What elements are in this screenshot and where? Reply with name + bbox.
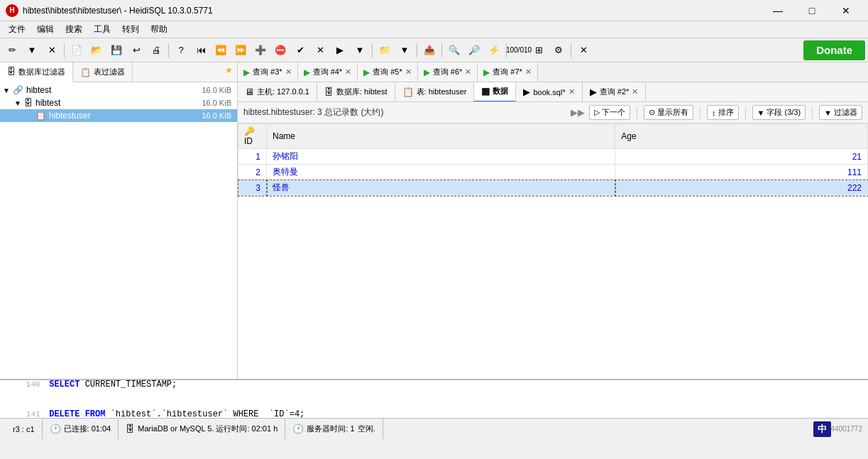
toolbar-run-arrow[interactable]: ▼ xyxy=(351,41,369,60)
toolbar-arrow-down[interactable]: ▼ xyxy=(23,41,41,60)
toolbar-check[interactable]: ✔ xyxy=(291,41,309,60)
subtab-book-close[interactable]: ✕ xyxy=(568,87,575,96)
toolbar-sep-4 xyxy=(812,106,813,119)
cell-age-3[interactable]: 222 xyxy=(615,180,868,196)
sql-line-140: 140 SELECT CURRENT_TIMESTAMP; xyxy=(6,379,862,399)
tab-close-q7[interactable]: ✕ xyxy=(525,67,532,77)
menu-file[interactable]: 文件 xyxy=(3,22,31,37)
toolbar-close-x[interactable]: ✕ xyxy=(574,41,593,60)
subtab-q2-close[interactable]: ✕ xyxy=(632,87,638,96)
tab-close-q5[interactable]: ✕ xyxy=(405,67,412,77)
watermark: 44001772 xyxy=(831,425,863,433)
toolbar-next[interactable]: ⏩ xyxy=(231,41,250,60)
minimize-button[interactable]: — xyxy=(762,0,794,21)
toolbar-folder[interactable]: 📁 xyxy=(375,41,394,60)
table-row[interactable]: 2 奥特曼 111 xyxy=(238,165,868,180)
cell-id-1[interactable]: 1 xyxy=(238,149,267,165)
tab-q7[interactable]: ▶ 查询 #7* ✕ xyxy=(478,62,538,82)
btn-next[interactable]: ▷ 下一个 xyxy=(589,105,630,120)
menu-tools[interactable]: 工具 xyxy=(88,22,116,37)
toolbar-print[interactable]: 🖨 xyxy=(147,41,165,60)
tree-node-hibtestuser[interactable]: 📋 hibtestuser 16.0 KiB xyxy=(0,109,237,122)
subtab-host[interactable]: 🖥 主机: 127.0.0.1 xyxy=(238,82,317,102)
cell-age-1[interactable]: 21 xyxy=(615,149,868,165)
cell-id-3[interactable]: 3 xyxy=(238,180,267,196)
col-header-age[interactable]: Age xyxy=(615,124,868,149)
data-table: 🔑 ID Name Age 1 孙铭阳 21 2 奥 xyxy=(238,123,868,196)
cell-id-2[interactable]: 2 xyxy=(238,165,267,180)
col-header-id[interactable]: 🔑 ID xyxy=(238,124,267,149)
record-count-label: hibtest.hibtestuser: 3 总记录数 (大约) xyxy=(243,106,383,118)
tab-q4[interactable]: ▶ 查询 #4* ✕ xyxy=(298,62,358,82)
sidebar-tab-db-filter[interactable]: 🗄 数据库过滤器 xyxy=(0,62,73,82)
db-status-icon: 🗄 xyxy=(126,424,135,434)
btn-fields[interactable]: ▼ 字段 (3/3) xyxy=(752,105,806,120)
subtab-data[interactable]: ▦ 数据 xyxy=(474,82,516,102)
menu-edit[interactable]: 编辑 xyxy=(31,22,60,37)
toolbar-new-conn[interactable]: ✏ xyxy=(3,41,21,60)
tree-node-hibtest-db[interactable]: ▼ 🗄 hibtest 16.0 KiB xyxy=(0,96,237,109)
sidebar-tab-table-filter[interactable]: 📋 表过滤器 xyxy=(73,62,133,82)
toolbar-optimize[interactable]: ⚡ xyxy=(485,41,503,60)
close-button[interactable]: ✕ xyxy=(830,0,862,21)
data-subtab-icon: ▦ xyxy=(481,86,490,96)
tab-label-q5: 查询 #5* xyxy=(373,67,402,77)
sql-editor[interactable]: 140 SELECT CURRENT_TIMESTAMP; 141 DELETE… xyxy=(0,379,868,418)
col-header-name[interactable]: Name xyxy=(267,124,615,149)
tab-close-q6[interactable]: ✕ xyxy=(465,67,471,77)
tree-label-hibtestuser: hibtestuser xyxy=(49,111,202,121)
toolbar-delete[interactable]: ✕ xyxy=(311,41,329,60)
toolbar-sep-3 xyxy=(745,106,746,119)
toolbar-run[interactable]: ▶ xyxy=(331,41,349,60)
subtab-q2[interactable]: ▶ 查询 #2* ✕ xyxy=(583,82,647,102)
table-row-selected[interactable]: 3 怪兽 222 xyxy=(238,180,868,196)
statusbar: r3 : c1 🕐 已连接: 01:04 🗄 MariaDB or MySQL … xyxy=(0,418,868,439)
toolbar-folder-arrow[interactable]: ▼ xyxy=(395,41,414,60)
subtab-db[interactable]: 🗄 数据库: hibtest xyxy=(317,82,395,102)
menu-help[interactable]: 帮助 xyxy=(145,22,173,37)
toolbar-undo[interactable]: ↩ xyxy=(127,41,145,60)
toolbar-skip-first[interactable]: ⏮ xyxy=(192,41,210,60)
toolbar-grid[interactable]: ⊞ xyxy=(529,41,548,60)
tab-q5[interactable]: ▶ 查询 #5* ✕ xyxy=(358,62,418,82)
menu-goto[interactable]: 转到 xyxy=(116,22,145,37)
tab-close-q3[interactable]: ✕ xyxy=(285,67,292,77)
maximize-button[interactable]: □ xyxy=(796,0,828,21)
key-icon: 🔑 xyxy=(244,126,255,136)
toolbar-export[interactable]: 📤 xyxy=(420,41,439,60)
conn-status-icon: 🕐 xyxy=(50,424,61,434)
menu-search[interactable]: 搜索 xyxy=(60,22,88,37)
donate-button[interactable]: Donate xyxy=(803,40,865,60)
toolbar-settings[interactable]: ⚙ xyxy=(549,41,568,60)
toolbar-add-row[interactable]: ➕ xyxy=(251,41,270,60)
btn-filter[interactable]: ▼ 过滤器 xyxy=(819,105,862,120)
cell-name-2[interactable]: 奥特曼 xyxy=(267,165,615,180)
cell-name-3[interactable]: 怪兽 xyxy=(267,180,615,196)
cell-age-2[interactable]: 111 xyxy=(615,165,868,180)
show-all-icon: ⊙ xyxy=(649,108,655,117)
subtab-table[interactable]: 📋 表: hibtestuser xyxy=(395,82,475,102)
cell-name-1[interactable]: 孙铭阳 xyxy=(267,149,615,165)
tree-node-hibtest-root[interactable]: ▼ 🔗 hibtest 16.0 KiB xyxy=(0,84,237,96)
toolbar-new[interactable]: 📄 xyxy=(67,41,86,60)
toolbar-disconnect[interactable]: ✕ xyxy=(43,41,61,60)
toolbar-search[interactable]: 🔍 xyxy=(445,41,463,60)
table-row[interactable]: 1 孙铭阳 21 xyxy=(238,149,868,165)
btn-sort[interactable]: ↕ 排序 xyxy=(707,105,739,120)
btn-show-all[interactable]: ⊙ 显示所有 xyxy=(644,105,693,120)
toolbar-status[interactable]: 100/010 xyxy=(510,41,528,60)
data-toolbar: hibtest.hibtestuser: 3 总记录数 (大约) ▶▶ ▷ 下一… xyxy=(238,102,868,123)
toolbar-open[interactable]: 📂 xyxy=(87,41,106,60)
toolbar-stop[interactable]: ⛔ xyxy=(271,41,290,60)
toolbar-db-search[interactable]: 🔎 xyxy=(465,41,483,60)
subtab-book[interactable]: ▶ book.sql* ✕ xyxy=(516,82,582,102)
tab-close-q4[interactable]: ✕ xyxy=(345,67,351,77)
tab-q6[interactable]: ▶ 查询 #6* ✕ xyxy=(418,62,478,82)
toolbar-save[interactable]: 💾 xyxy=(107,41,126,60)
toolbar-help[interactable]: ? xyxy=(172,41,190,60)
toolbar-prev[interactable]: ⏪ xyxy=(211,41,230,60)
tab-q3[interactable]: ▶ 查询 #3* ✕ xyxy=(238,62,298,82)
table-icon: 📋 xyxy=(35,111,46,121)
sidebar-star-btn[interactable]: ★ xyxy=(221,62,237,82)
db-icon: 🗄 xyxy=(24,98,33,108)
